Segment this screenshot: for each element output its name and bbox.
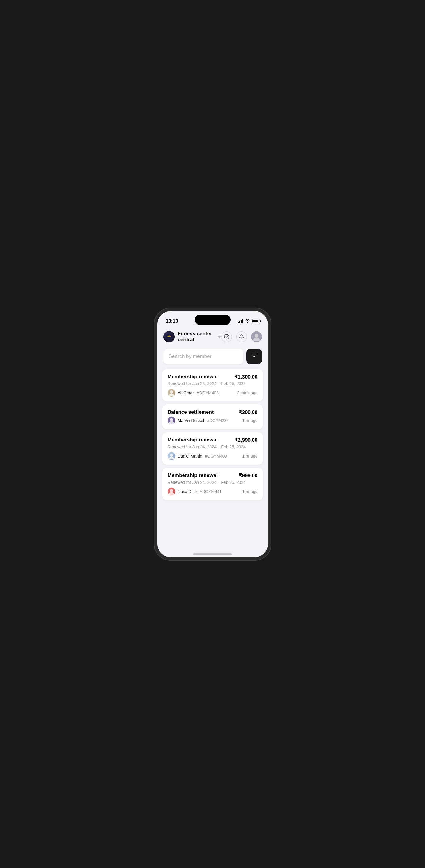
header-left: Fitness center central — [163, 331, 221, 343]
help-button[interactable]: ? — [221, 331, 232, 342]
member-avatar — [168, 389, 175, 397]
card-bottom: Daniel Martin #DGYM403 1 hr ago — [168, 452, 258, 460]
svg-point-5 — [255, 334, 258, 337]
member-id: #DGYM441 — [200, 489, 221, 494]
filter-icon — [251, 353, 257, 360]
transaction-card[interactable]: Membership renewal ₹999.00 Renewed for J… — [162, 468, 263, 500]
avatar-silhouette — [168, 488, 175, 495]
time-ago: 1 hr ago — [242, 418, 257, 423]
filter-button[interactable] — [246, 349, 262, 364]
header-right: ? — [221, 331, 262, 342]
card-top: Balance settlement ₹300.00 — [168, 409, 258, 415]
card-amount: ₹1,300.00 — [235, 374, 257, 380]
avatar-silhouette — [168, 452, 175, 460]
search-input[interactable] — [163, 349, 243, 364]
card-title: Membership renewal — [168, 374, 218, 380]
card-subtitle: Renewed for Jan 24, 2024 – Feb 25, 2024 — [168, 444, 258, 449]
card-amount: ₹999.00 — [239, 472, 258, 479]
member-id: #DGYM403 — [205, 454, 227, 459]
member-id: #DGYM234 — [207, 418, 229, 423]
card-bottom: Ali Omar #DGYM403 2 mins ago — [168, 389, 258, 397]
svg-point-6 — [170, 391, 173, 394]
member-id: #DGYM403 — [197, 391, 219, 395]
member-name: Daniel Martin — [178, 454, 202, 459]
user-avatar-button[interactable] — [251, 331, 262, 342]
battery-fill — [252, 320, 258, 322]
card-subtitle: Renewed for Jan 24, 2024 – Feb 25, 2024 — [168, 480, 258, 485]
member-name: Marvin Russel — [178, 418, 204, 423]
signal-bar-1 — [238, 322, 239, 323]
member-info: Marvin Russel #DGYM234 — [168, 417, 229, 425]
card-subtitle: Renewed for Jan 24, 2024 – Feb 25, 2024 — [168, 381, 258, 386]
status-time: 13:13 — [166, 318, 178, 324]
wifi-icon — [245, 318, 250, 323]
battery-icon — [252, 319, 260, 323]
transactions-list: Membership renewal ₹1,300.00 Renewed for… — [157, 369, 268, 557]
phone-frame: 13:13 — [154, 308, 271, 560]
header: Fitness center central ? — [157, 327, 268, 346]
phone-inner: 13:13 — [157, 311, 268, 557]
card-top: Membership renewal ₹2,999.00 — [168, 437, 258, 443]
card-bottom: Rosa Diaz #DGYM441 1 hr ago — [168, 488, 258, 495]
status-right — [238, 318, 260, 323]
card-top: Membership renewal ₹999.00 — [168, 472, 258, 479]
svg-point-1 — [169, 335, 170, 337]
member-avatar — [168, 452, 175, 460]
card-title: Balance settlement — [168, 409, 214, 415]
user-avatar-image — [251, 331, 262, 342]
gym-logo-inner — [163, 331, 175, 342]
card-title: Membership renewal — [168, 472, 218, 478]
member-avatar — [168, 488, 175, 495]
home-indicator — [193, 553, 232, 555]
search-area — [157, 346, 268, 369]
svg-text:?: ? — [225, 335, 227, 339]
gym-chevron-icon[interactable] — [218, 335, 221, 339]
gym-name-label: Fitness center central — [178, 331, 214, 343]
member-info: Daniel Martin #DGYM403 — [168, 452, 227, 460]
search-input-wrapper — [163, 349, 243, 364]
member-info: Ali Omar #DGYM403 — [168, 389, 219, 397]
signal-bar-3 — [241, 320, 242, 323]
card-bottom: Marvin Russel #DGYM234 1 hr ago — [168, 417, 258, 425]
svg-point-9 — [170, 489, 173, 492]
time-ago: 1 hr ago — [242, 489, 257, 494]
card-amount: ₹2,999.00 — [235, 437, 257, 443]
transaction-card[interactable]: Balance settlement ₹300.00 Marvin Russel — [162, 404, 263, 429]
svg-point-7 — [170, 418, 173, 421]
time-ago: 1 hr ago — [242, 454, 257, 459]
gym-logo[interactable] — [163, 331, 175, 342]
time-ago: 2 mins ago — [237, 391, 257, 395]
member-name: Rosa Diaz — [178, 489, 197, 494]
notification-button[interactable] — [236, 331, 247, 342]
avatar-silhouette — [168, 417, 175, 425]
card-amount: ₹300.00 — [239, 409, 258, 415]
signal-bar-2 — [239, 321, 240, 323]
svg-point-8 — [170, 454, 173, 457]
member-avatar — [168, 417, 175, 425]
member-info: Rosa Diaz #DGYM441 — [168, 488, 222, 495]
member-name: Ali Omar — [178, 391, 194, 395]
card-title: Membership renewal — [168, 437, 218, 443]
dynamic-island — [195, 315, 231, 325]
transaction-card[interactable]: Membership renewal ₹1,300.00 Renewed for… — [162, 369, 263, 402]
signal-bars-icon — [238, 319, 243, 323]
avatar-silhouette — [168, 389, 175, 397]
signal-bar-4 — [242, 319, 243, 323]
card-top: Membership renewal ₹1,300.00 — [168, 374, 258, 380]
transaction-card[interactable]: Membership renewal ₹2,999.00 Renewed for… — [162, 432, 263, 465]
